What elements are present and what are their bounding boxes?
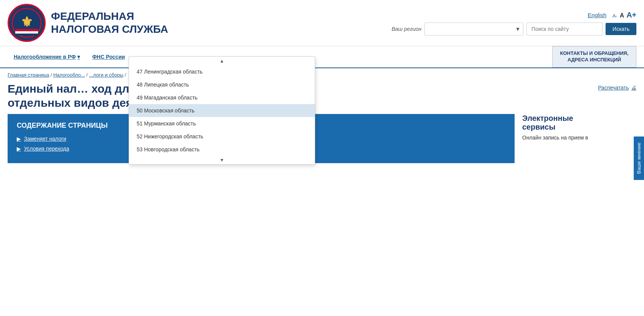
page-header-row: Единый нал… ход дляотдельных видов деяте… <box>0 82 644 114</box>
dropdown-item-52[interactable]: 52 Нижегородская область <box>129 130 315 143</box>
dropdown-item-49[interactable]: 49 Магаданская область <box>129 91 315 104</box>
dropdown-item-50[interactable]: 50 Московская область <box>129 104 315 117</box>
main-content: СОДЕРЖАНИЕ СТРАНИЦЫ ▶ Заменяет налоги ▶ … <box>0 114 644 171</box>
english-link[interactable]: English <box>588 12 606 18</box>
header-right: English А- А А+ Ваш регион 50 Московская… <box>392 11 636 35</box>
contents-link-2-label: Условия перехода <box>24 146 69 152</box>
nav-item-fns[interactable]: ФНС России <box>86 46 131 67</box>
navbar: Налогообложение в РФ ▾ ФНС России КОНТАК… <box>0 46 644 68</box>
region-label: Ваш регион <box>392 26 421 32</box>
header-search-row: Ваш регион 50 Московская область ▼ Искат… <box>392 22 636 35</box>
breadcrumb-sep1: / <box>51 72 53 78</box>
breadcrumb-taxation[interactable]: Налогообло... <box>53 72 85 78</box>
feedback-tab[interactable]: Ваше мнение <box>634 136 644 170</box>
header-top-links: English А- А А+ <box>588 11 636 19</box>
svg-rect-4 <box>15 29 38 31</box>
dropdown-item-53[interactable]: 53 Новгородская область <box>129 143 315 156</box>
breadcrumb-home[interactable]: Главная страница <box>8 72 49 78</box>
arrow-icon-1: ▶ <box>17 136 21 142</box>
svg-text:⚜: ⚜ <box>21 14 33 30</box>
right-text: Онлайн запись на прием в <box>522 135 636 141</box>
print-icon: 🖨 <box>631 85 636 91</box>
site-title: ФЕДЕРАЛЬНАЯ НАЛОГОВАЯ СЛУЖБА <box>51 10 168 35</box>
arrow-icon-2: ▶ <box>17 146 21 152</box>
scroll-up-arrow[interactable]: ▲ <box>129 57 315 65</box>
contacts-button[interactable]: КОНТАКТЫ И ОБРАЩЕНИЯ,АДРЕСА ИНСПЕКЦИЙ <box>552 46 636 67</box>
breadcrumb-taxes[interactable]: ...логи и сборы <box>89 72 123 78</box>
svg-rect-3 <box>15 34 38 35</box>
font-decrease-btn[interactable]: А- <box>612 13 617 19</box>
scroll-down-arrow[interactable]: ▼ <box>129 156 315 164</box>
print-link[interactable]: Распечатать 🖨 <box>598 85 636 91</box>
breadcrumb-sep2: / <box>86 72 89 78</box>
nav-taxation-arrow: ▾ <box>77 54 80 60</box>
content-right: Электронныесервисы Онлайн запись на прие… <box>522 114 636 163</box>
svg-rect-2 <box>15 31 38 34</box>
font-size-controls: А- А А+ <box>612 11 636 19</box>
dropdown-item-48[interactable]: 48 Липецкая область <box>129 78 315 91</box>
region-dropdown[interactable]: ▲ 47 Ленинградская область 48 Липецкая о… <box>129 56 315 165</box>
breadcrumb: Главная страница / Налогообло... / ...ло… <box>0 68 644 82</box>
region-select-wrapper: 50 Московская область ▼ <box>424 22 523 35</box>
nav-taxation-label: Налогообложение в РФ <box>14 54 76 60</box>
region-select-input[interactable]: 50 Московская область <box>424 22 523 35</box>
breadcrumb-sep3: / <box>125 72 126 78</box>
logo: ⚜ <box>8 4 46 42</box>
dropdown-item-47[interactable]: 47 Ленинградская область <box>129 65 315 78</box>
site-header: ⚜ ФЕДЕРАЛЬНАЯ НАЛОГОВАЯ СЛУЖБА English А… <box>0 0 644 46</box>
contents-link-1-label: Заменяет налоги <box>24 136 66 142</box>
nav-item-taxation[interactable]: Налогообложение в РФ ▾ <box>8 46 86 67</box>
print-label: Распечатать <box>598 85 629 91</box>
logo-area: ⚜ ФЕДЕРАЛЬНАЯ НАЛОГОВАЯ СЛУЖБА <box>8 4 168 42</box>
dropdown-item-51[interactable]: 51 Мурманская область <box>129 117 315 130</box>
search-input[interactable] <box>526 22 603 35</box>
nav-fns-label: ФНС России <box>92 54 125 60</box>
right-section-title: Электронныесервисы <box>522 114 636 132</box>
font-increase-btn[interactable]: А+ <box>626 11 636 19</box>
search-button[interactable]: Искать <box>606 23 636 35</box>
font-normal-btn[interactable]: А <box>620 12 624 19</box>
